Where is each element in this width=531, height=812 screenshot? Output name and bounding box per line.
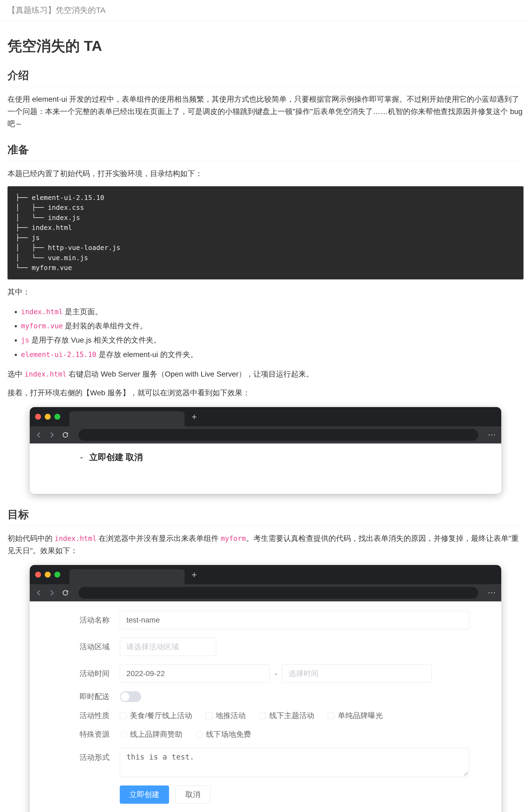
checkbox-item[interactable]: 单纯品牌曝光	[328, 711, 383, 721]
date-picker-start[interactable]: 2022-09-22	[120, 665, 270, 683]
window-controls	[35, 572, 60, 578]
section-prep-heading: 准备	[8, 142, 523, 161]
browser-screenshot-broken: + ⋮ - 立即创建 取消	[30, 407, 501, 494]
radio-item[interactable]: 线上品牌商赞助	[120, 729, 182, 739]
target-text: 初始代码中的 index.html 在浏览器中并没有显示出来表单组件 myfor…	[8, 532, 523, 557]
preview-instructions: 接着，打开环境右侧的【Web 服务】，就可以在浏览器中看到如下效果：	[8, 387, 523, 399]
minimize-window-icon	[45, 572, 51, 578]
submit-button[interactable]: 立即创建	[120, 785, 169, 804]
maximize-window-icon	[54, 414, 60, 420]
form-label: 即时配送	[62, 692, 115, 702]
back-icon	[35, 589, 42, 596]
url-input	[79, 429, 478, 441]
code-filename: index.html	[55, 535, 97, 542]
file-desc-lead: 其中：	[8, 286, 523, 298]
form-row-desc: 活动形式 this is a test.	[62, 744, 469, 781]
checkbox-icon	[328, 712, 335, 719]
form-row-buttons: 立即创建 取消	[62, 781, 469, 808]
broken-output: - 立即创建 取消	[36, 450, 495, 487]
new-tab-icon: +	[192, 569, 197, 580]
new-tab-icon: +	[192, 411, 197, 422]
page-title: 凭空消失的 TA	[8, 37, 523, 56]
radio-icon	[196, 731, 203, 738]
list-item: myform.vue 是封装的表单组件文件。	[21, 319, 523, 333]
code-filename: element-ui-2.15.10	[21, 351, 96, 359]
prep-text: 本题已经内置了初始代码，打开实验环境，目录结构如下：	[8, 168, 523, 180]
browser-tabbar: +	[30, 407, 501, 426]
close-window-icon	[35, 572, 41, 578]
file-desc-list: index.html 是主页面。 myform.vue 是封装的表单组件文件。 …	[21, 305, 523, 362]
checkbox-icon	[259, 712, 266, 719]
reload-icon	[62, 589, 69, 596]
resize-handle-icon	[463, 771, 468, 775]
checkbox-item[interactable]: 美食/餐厅线上活动	[120, 711, 192, 721]
date-separator: -	[275, 669, 277, 678]
radio-item[interactable]: 线下场地免费	[196, 729, 251, 739]
checkbox-item[interactable]: 线下主题活动	[259, 711, 314, 721]
forward-icon	[48, 432, 55, 438]
form-label: 活动名称	[62, 615, 115, 625]
directory-tree-codeblock: ├── element-ui-2.15.10 │ ├── index.css │…	[8, 186, 523, 279]
reload-icon	[62, 432, 69, 438]
form-label: 活动区域	[62, 642, 115, 652]
minimize-window-icon	[45, 414, 51, 420]
section-intro-heading: 介绍	[8, 68, 523, 87]
run-instructions: 选中 index.html 右键启动 Web Server 服务（Open wi…	[8, 368, 523, 380]
browser-screenshot-fixed: + ⋮ 活动名称 test-name 活动区域 请选择活动区域	[30, 565, 501, 812]
back-icon	[35, 432, 42, 438]
checkbox-icon	[120, 712, 127, 719]
form-label: 活动时间	[62, 669, 115, 679]
code-filename: myform	[221, 535, 246, 542]
browser-urlbar: ⋮	[30, 426, 501, 444]
forward-icon	[48, 589, 55, 596]
date-picker-end[interactable]: 选择时间	[282, 665, 432, 683]
desc-textarea[interactable]: this is a test.	[120, 748, 469, 777]
radio-icon	[120, 731, 127, 738]
code-filename: js	[21, 336, 29, 344]
list-item: js 是用于存放 Vue.js 相关文件的文件夹。	[21, 333, 523, 347]
form-label: 活动形式	[62, 748, 115, 763]
region-select[interactable]: 请选择活动区域	[120, 638, 216, 656]
delivery-switch[interactable]	[120, 691, 141, 702]
form-row-time: 活动时间 2022-09-22 - 选择时间	[62, 660, 469, 687]
browser-tabbar: +	[30, 565, 501, 584]
form-label: 活动性质	[62, 711, 115, 721]
form-row-resource: 特殊资源 线上品牌商赞助 线下场地免费	[62, 725, 469, 744]
kebab-menu-icon: ⋮	[488, 431, 497, 439]
code-filename: index.html	[21, 308, 63, 316]
list-item: element-ui-2.15.10 是存放 element-ui 的文件夹。	[21, 347, 523, 362]
kebab-menu-icon: ⋮	[488, 589, 497, 597]
name-input[interactable]: test-name	[120, 611, 469, 629]
list-item: index.html 是主页面。	[21, 305, 523, 319]
browser-viewport: 活动名称 test-name 活动区域 请选择活动区域 活动时间 2022-09…	[30, 601, 501, 812]
form-row-region: 活动区域 请选择活动区域	[62, 634, 469, 660]
intro-text: 在使用 element-ui 开发的过程中，表单组件的使用相当频繁，其使用方式也…	[8, 93, 523, 130]
browser-urlbar: ⋮	[30, 584, 501, 601]
browser-tab	[69, 411, 185, 426]
checkbox-icon	[206, 712, 212, 719]
form-label: 特殊资源	[62, 729, 115, 739]
browser-viewport: - 立即创建 取消	[30, 444, 501, 494]
code-filename: index.html	[25, 370, 67, 378]
code-filename: myform.vue	[21, 322, 63, 330]
maximize-window-icon	[54, 572, 60, 578]
cancel-button[interactable]: 取消	[176, 785, 210, 804]
section-target-heading: 目标	[8, 507, 523, 526]
browser-tab	[69, 569, 185, 584]
form-row-delivery: 即时配送	[62, 687, 469, 706]
close-window-icon	[35, 414, 41, 420]
form-row-type: 活动性质 美食/餐厅线上活动 地推活动 线下主题活动 单纯品牌曝光	[62, 706, 469, 725]
url-input	[79, 587, 478, 599]
window-controls	[35, 414, 60, 420]
page-breadcrumb: 【真题练习】凭空消失的TA	[0, 0, 531, 21]
form-row-name: 活动名称 test-name	[62, 607, 469, 634]
checkbox-item[interactable]: 地推活动	[206, 711, 246, 721]
